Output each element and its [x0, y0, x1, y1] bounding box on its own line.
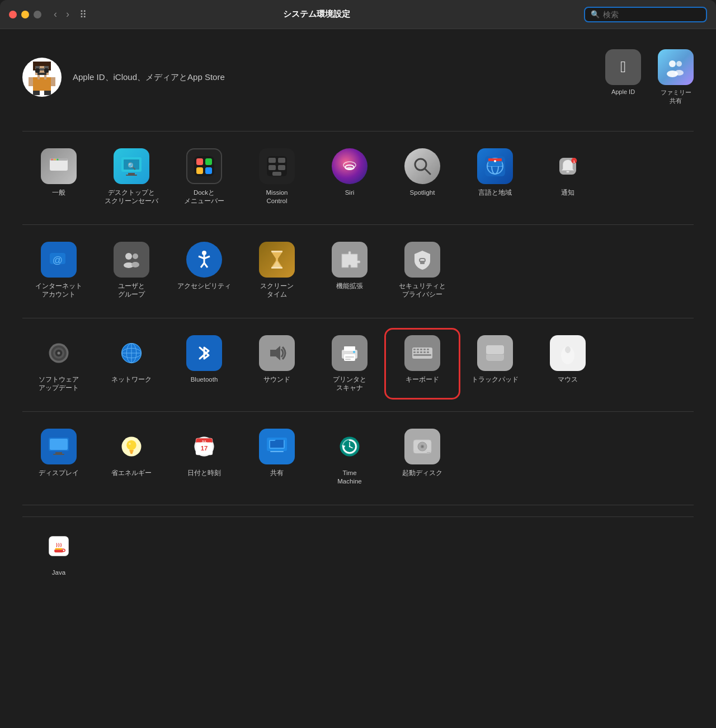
svg-rect-96: [420, 349, 422, 350]
svg-point-64: [131, 262, 139, 267]
close-button[interactable]: [9, 11, 17, 18]
pref-item-bluetooth[interactable]: Bluetooth: [168, 330, 241, 398]
security-icon: [404, 242, 440, 278]
pref-item-users[interactable]: ユーザとグループ: [95, 236, 168, 304]
pref-item-sharing[interactable]: 共有: [241, 423, 313, 491]
svg-point-18: [669, 60, 676, 67]
svg-rect-29: [128, 173, 135, 175]
svg-rect-40: [268, 165, 276, 170]
svg-point-24: [51, 159, 53, 161]
separator-1: [22, 131, 694, 131]
traffic-lights: [9, 11, 41, 18]
screentime-label: スクリーンタイム: [260, 282, 294, 299]
pref-item-timemachine[interactable]: TimeMachine: [313, 423, 386, 491]
pref-item-notifications[interactable]: 1 通知: [531, 143, 604, 211]
separator-5: [22, 505, 694, 505]
svg-rect-35: [196, 167, 203, 174]
search-box[interactable]: 🔍: [584, 7, 707, 22]
pref-item-keyboard[interactable]: キーボード: [386, 330, 459, 398]
pref-item-dock[interactable]: Dockとメニューバー: [168, 143, 241, 211]
pref-item-mouse[interactable]: マウス: [531, 330, 604, 398]
svg-rect-15: [33, 91, 40, 95]
pref-item-desktop[interactable]: 🔍 デスクトップとスクリーンセーバ: [95, 143, 168, 211]
avatar[interactable]: [22, 58, 62, 97]
svg-rect-3: [49, 64, 51, 71]
svg-rect-99: [413, 351, 416, 353]
maximize-button[interactable]: [34, 11, 41, 18]
profile-info: Apple ID、iCloud、メディアとApp Store: [73, 72, 605, 83]
svg-rect-91: [345, 359, 351, 360]
pref-item-energy[interactable]: 省エネルギー: [95, 423, 168, 491]
pref-item-displays[interactable]: ディスプレイ: [22, 423, 95, 491]
pref-item-network[interactable]: ネットワーク: [95, 330, 168, 398]
pref-item-accessibility[interactable]: アクセシビリティ: [168, 236, 241, 304]
svg-rect-107: [486, 345, 504, 354]
pref-item-printers[interactable]: プリンタとスキャナ: [313, 330, 386, 398]
svg-point-19: [676, 61, 682, 67]
accessibility-icon: [186, 242, 222, 278]
pref-item-spotlight[interactable]: Spotlight: [386, 143, 459, 211]
svg-rect-119: [130, 453, 133, 454]
svg-rect-34: [205, 158, 212, 165]
prefs-grid-4: ディスプレイ 省エネルギー: [22, 423, 694, 491]
family-sharing-button[interactable]: ファミリー共有: [658, 49, 694, 105]
pref-item-java[interactable]: Java: [22, 523, 95, 583]
bluetooth-label: Bluetooth: [191, 375, 218, 384]
general-label: 一般: [52, 189, 65, 197]
pref-item-trackpad[interactable]: トラックパッド: [459, 330, 531, 398]
java-label: Java: [52, 569, 65, 577]
svg-rect-98: [427, 349, 429, 350]
svg-rect-97: [423, 349, 426, 350]
svg-rect-118: [130, 451, 133, 453]
pref-item-siri[interactable]: Siri: [313, 143, 386, 211]
notifications-icon: 1: [550, 148, 586, 184]
software-icon: [41, 335, 77, 371]
svg-rect-100: [417, 351, 419, 353]
pref-item-security[interactable]: セキュリティとプライバシー: [386, 236, 459, 304]
mission-label: MissionControl: [266, 189, 288, 205]
separator-2: [22, 224, 694, 225]
pref-item-software[interactable]: ソフトウェアアップデート: [22, 330, 95, 398]
pref-item-datetime[interactable]: JUL 17 日付と時刻: [168, 423, 241, 491]
svg-rect-103: [427, 351, 429, 353]
svg-point-25: [54, 159, 56, 161]
energy-icon: [114, 429, 149, 464]
pref-item-general[interactable]: 一般: [22, 143, 95, 211]
svg-text:: : [620, 58, 626, 76]
svg-rect-33: [196, 158, 203, 165]
pref-item-sound[interactable]: サウンド: [241, 330, 313, 398]
svg-rect-39: [278, 158, 285, 163]
spotlight-label: Spotlight: [410, 189, 435, 197]
prefs-grid-3: ソフトウェアアップデート ネットワーク: [22, 330, 694, 398]
minimize-button[interactable]: [21, 11, 29, 18]
family-sharing-label: ファミリー共有: [661, 88, 691, 105]
pref-item-internet[interactable]: @ インターネットアカウント: [22, 236, 95, 304]
svg-rect-90: [345, 356, 354, 358]
titlebar: ‹ › ⠿ システム環境設定 🔍: [0, 0, 716, 29]
svg-rect-14: [51, 77, 55, 86]
window-title: システム環境設定: [49, 9, 584, 20]
pref-item-mission[interactable]: MissionControl: [241, 143, 313, 211]
svg-rect-143: [427, 452, 430, 453]
datetime-icon: JUL 17: [186, 429, 222, 464]
svg-rect-94: [413, 349, 416, 350]
prefs-section-1: 一般 🔍 デスクトップとスクリーンセーバ: [22, 143, 694, 211]
apple-id-button[interactable]:  Apple ID: [605, 49, 641, 105]
startdisk-icon: [404, 429, 440, 464]
pref-item-extensions[interactable]: 機能拡張: [313, 236, 386, 304]
dock-label: Dockとメニューバー: [184, 189, 224, 205]
displays-label: ディスプレイ: [39, 469, 79, 477]
svg-point-21: [675, 70, 684, 76]
svg-point-136: [349, 445, 351, 447]
siri-label: Siri: [345, 189, 355, 197]
screentime-icon: [259, 242, 295, 278]
pref-item-screentime[interactable]: スクリーンタイム: [241, 236, 313, 304]
language-label: 言語と地域: [478, 189, 512, 197]
svg-rect-113: [55, 452, 62, 454]
sound-label: サウンド: [263, 375, 290, 384]
pref-item-language[interactable]: 言語と地域: [459, 143, 531, 211]
svg-point-110: [565, 346, 571, 353]
pref-item-startdisk[interactable]: 起動ディスク: [386, 423, 459, 491]
startdisk-label: 起動ディスク: [402, 469, 442, 477]
search-input[interactable]: [603, 10, 700, 19]
